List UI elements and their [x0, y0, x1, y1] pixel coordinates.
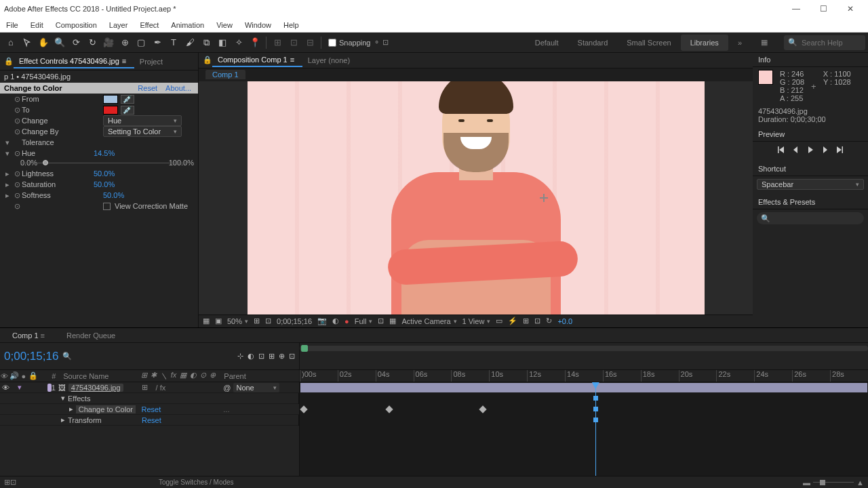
workspace-standard[interactable]: Standard — [568, 35, 618, 51]
preview-panel-header[interactable]: Preview — [753, 127, 868, 142]
menu-file[interactable]: File — [0, 18, 24, 33]
timeline-comp-tab[interactable]: Comp 1 ≡ — [4, 331, 53, 340]
parent-column-header[interactable]: Parent — [221, 372, 299, 380]
time-display[interactable]: 0;00;15;16 — [277, 317, 312, 325]
layer-source-name[interactable]: 475430496.jpg — [68, 384, 123, 392]
brush-tool-icon[interactable]: 🖌 — [182, 35, 197, 50]
alpha-icon[interactable]: ▦ — [203, 317, 210, 325]
camera-dropdown[interactable]: Active Camera▾ — [401, 317, 456, 325]
lock-column-icon[interactable]: 🔒 — [28, 371, 38, 380]
ec-changeby-dropdown[interactable]: Setting To Color▾ — [103, 126, 182, 137]
transparency-icon[interactable]: ▦ — [389, 317, 396, 325]
shy-icon[interactable]: ⊡ — [258, 352, 264, 361]
rectangle-tool-icon[interactable]: ▢ — [134, 35, 149, 50]
snapping-checkbox[interactable] — [328, 39, 336, 47]
composition-tab[interactable]: Composition Comp 1≡ — [212, 54, 302, 67]
timeline-track-area[interactable] — [300, 382, 868, 476]
ec-to-swatch[interactable] — [103, 106, 118, 115]
ec-softness-value[interactable]: 50.0% — [103, 191, 124, 199]
parent-dropdown[interactable]: None▾ — [233, 383, 279, 392]
roto-tool-icon[interactable]: ✧ — [231, 35, 246, 50]
zoom-out-icon[interactable]: ▬ — [803, 479, 810, 487]
ec-vcm-checkbox[interactable] — [103, 203, 111, 210]
menu-layer[interactable]: Layer — [103, 18, 134, 33]
layer-bar[interactable] — [300, 383, 867, 392]
time-navigator[interactable] — [300, 343, 868, 369]
exposure-value[interactable]: +0.0 — [557, 317, 572, 325]
ec-hue-value[interactable]: 14.5% — [94, 149, 115, 157]
keyframe-icon[interactable] — [300, 405, 307, 413]
zoom-in-icon[interactable]: ▲ — [856, 479, 864, 487]
search-input[interactable] — [802, 39, 856, 47]
ec-reset-link[interactable]: Reset — [132, 84, 163, 92]
pickwhip-icon[interactable]: @ — [223, 384, 231, 392]
ec-change-dropdown[interactable]: Hue▾ — [103, 115, 182, 126]
ec-about-link[interactable]: About... — [163, 84, 194, 92]
keyframe-icon[interactable] — [479, 405, 487, 413]
comp-flowchart-tab[interactable]: Comp 1 — [205, 70, 245, 79]
snapshot-icon[interactable]: 📷 — [317, 317, 327, 325]
time-ruler[interactable]: )00s02s04s06s08s10s12s14s16s18s20s22s24s… — [300, 370, 868, 382]
selection-tool-icon[interactable] — [20, 35, 35, 50]
type-tool-icon[interactable]: T — [166, 35, 181, 50]
audio-column-icon[interactable]: 🔊 — [9, 371, 19, 380]
puppet-tool-icon[interactable]: 📍 — [248, 35, 262, 50]
workspace-overflow-icon[interactable]: » — [728, 35, 751, 51]
render-queue-tab[interactable]: Render Queue — [66, 331, 115, 340]
twirl-icon[interactable]: ▸ — [3, 191, 12, 200]
shortcut-dropdown[interactable]: Spacebar▾ — [757, 179, 864, 190]
menu-view[interactable]: View — [210, 18, 239, 33]
minimize-button[interactable]: — — [783, 2, 810, 16]
search-help[interactable]: 🔍 — [784, 35, 865, 50]
twirl-icon[interactable]: ▾ — [3, 149, 12, 158]
twirl-icon[interactable]: ▸ — [3, 169, 12, 178]
orbit-tool-icon[interactable]: ⟳ — [68, 35, 83, 50]
comp-canvas[interactable] — [248, 81, 705, 314]
fast-preview-icon[interactable]: ⚡ — [508, 317, 517, 325]
twirl-icon[interactable]: ▾ — [3, 138, 12, 147]
view-dropdown[interactable]: 1 View▾ — [462, 317, 491, 325]
anchor-point-icon[interactable] — [540, 194, 548, 202]
info-panel-header[interactable]: Info — [753, 53, 868, 67]
ec-from-swatch[interactable] — [103, 95, 118, 104]
playhead[interactable] — [595, 382, 596, 476]
menu-animation[interactable]: Animation — [165, 18, 210, 33]
clone-tool-icon[interactable]: ⧉ — [199, 35, 214, 50]
channel-icon[interactable]: ◐ — [332, 317, 339, 325]
panel-lock-icon[interactable]: 🔒 — [203, 56, 212, 64]
menu-composition[interactable]: Composition — [50, 18, 103, 33]
draft3d-icon[interactable]: ◐ — [248, 352, 254, 361]
menu-effect[interactable]: Effect — [134, 18, 165, 33]
workspace-default[interactable]: Default — [526, 35, 568, 51]
camera-tool-icon[interactable]: 🎥 — [101, 35, 116, 50]
maximize-button[interactable]: ☐ — [810, 2, 837, 16]
last-frame-icon[interactable] — [836, 146, 844, 155]
zoom-slider[interactable] — [813, 482, 854, 483]
fx-switch[interactable]: / fx — [156, 384, 166, 392]
rotate-tool-icon[interactable]: ↻ — [85, 35, 100, 50]
graph-editor-icon[interactable]: ⊡ — [289, 352, 295, 361]
eraser-tool-icon[interactable]: ◧ — [215, 35, 230, 50]
effects-presets-search[interactable]: 🔍 — [757, 212, 864, 224]
frame-blend-icon[interactable]: ⊞ — [269, 352, 275, 361]
flowchart-icon[interactable]: ⊡ — [534, 317, 540, 325]
menu-help[interactable]: Help — [277, 18, 305, 33]
timeline-toggle-icon[interactable]: ⊞ — [4, 478, 10, 487]
guides-icon[interactable]: ⊡ — [265, 317, 271, 325]
effect-reset-link[interactable]: Reset — [142, 405, 161, 413]
zoom-tool-icon[interactable]: 🔍 — [52, 35, 67, 50]
effects-presets-header[interactable]: Effects & Presets — [753, 195, 868, 209]
solo-column-icon[interactable]: ● — [19, 372, 28, 380]
close-button[interactable]: ✕ — [837, 2, 864, 16]
resolution-dropdown[interactable]: Full▾ — [355, 317, 373, 325]
zoom-dropdown[interactable]: 50%▾ — [227, 317, 248, 325]
eye-toggle[interactable]: 👁 — [2, 384, 9, 392]
workspace-reset-icon[interactable]: ▦ — [751, 35, 777, 51]
reset-exposure-icon[interactable]: ↻ — [546, 317, 552, 325]
snapping-toggle[interactable]: Snapping ⚬⊡ — [328, 38, 389, 47]
timeline-icon[interactable]: ⊞ — [523, 317, 529, 325]
timeline-toggle2-icon[interactable]: ⊡ — [10, 478, 16, 487]
layer-effect-name[interactable]: Change to Color — [76, 405, 136, 413]
pen-tool-icon[interactable]: ✒ — [150, 35, 165, 50]
pan-behind-tool-icon[interactable]: ⊕ — [117, 35, 132, 50]
